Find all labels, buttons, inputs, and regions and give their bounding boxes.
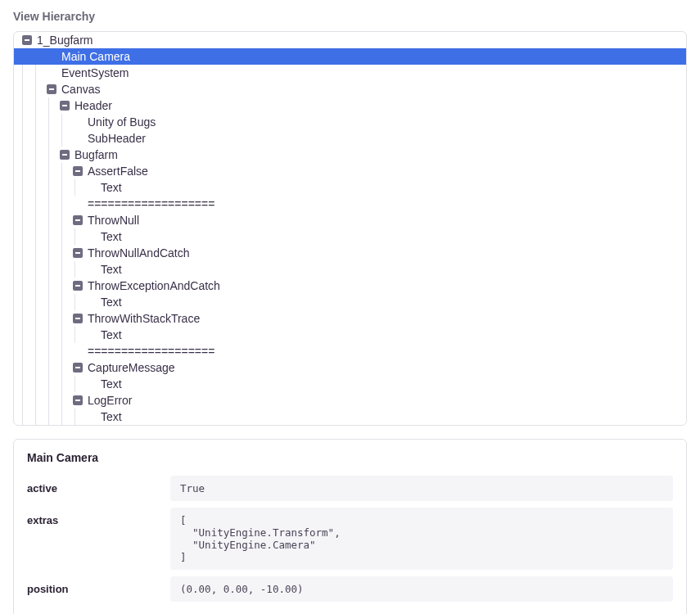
property-key: extras (27, 508, 170, 526)
tree-row[interactable]: Text (14, 409, 686, 425)
tree-row[interactable]: Unity of Bugs (14, 114, 686, 130)
tree-row-label: =================== (88, 196, 215, 212)
tree-row-label: Header (75, 97, 112, 114)
tree-row-label: Canvas (61, 81, 100, 97)
collapse-icon[interactable] (73, 248, 83, 258)
tree-row[interactable]: ThrowNullAndCatch (14, 245, 686, 261)
details-panel: Main Camera activeTrueextras[ "UnityEngi… (13, 439, 687, 614)
tree-row-label: Text (101, 294, 122, 310)
tree-row[interactable]: =================== (14, 196, 686, 212)
property-value: True (170, 476, 673, 501)
tree-row[interactable]: Canvas (14, 81, 686, 97)
tree-row-label: Text (101, 261, 122, 278)
tree-row-label: Text (101, 228, 122, 245)
tree-row[interactable]: Text (14, 228, 686, 245)
collapse-icon[interactable] (60, 101, 70, 111)
tree-row[interactable]: Bugfarm (14, 147, 686, 163)
tree-row-label: CaptureMessage (88, 359, 175, 376)
tree-row-label: Main Camera (61, 48, 130, 65)
panel-title: View Hierarchy (13, 10, 687, 23)
collapse-icon[interactable] (60, 150, 70, 160)
tree-row[interactable]: LogError (14, 392, 686, 409)
tree-row-label: AssertFalse (88, 163, 148, 179)
tree-row[interactable]: Text (14, 179, 686, 196)
tree-row[interactable]: ThrowNull (14, 212, 686, 228)
tree-row[interactable]: Text (14, 327, 686, 343)
tree-row[interactable]: Main Camera (14, 48, 686, 65)
collapse-icon[interactable] (73, 166, 83, 176)
tree-row[interactable]: CaptureMessage (14, 359, 686, 376)
collapse-icon[interactable] (22, 35, 32, 45)
tree-row[interactable]: ThrowWithStackTrace (14, 310, 686, 327)
collapse-icon[interactable] (47, 84, 56, 94)
collapse-icon[interactable] (73, 395, 83, 405)
tree-row[interactable]: 1_Bugfarm (14, 32, 686, 48)
tree-row-label: Text (101, 327, 122, 343)
tree-row[interactable]: Text (14, 376, 686, 392)
property-key: active (27, 476, 170, 494)
tree-row-label: ThrowNullAndCatch (88, 245, 190, 261)
tree-row[interactable]: Text (14, 294, 686, 310)
property-row: extras[ "UnityEngine.Transform", "UnityE… (27, 508, 673, 570)
tree-row-label: Bugfarm (75, 147, 118, 163)
property-row: activeTrue (27, 476, 673, 501)
details-title: Main Camera (27, 451, 673, 464)
property-key: position (27, 576, 170, 595)
hierarchy-tree: 1_BugfarmMain CameraEventSystemCanvasHea… (13, 31, 687, 426)
tree-row-label: =================== (88, 343, 215, 359)
tree-row[interactable]: ThrowExceptionAndCatch (14, 278, 686, 294)
property-row: position(0.00, 0.00, -10.00) (27, 576, 673, 602)
collapse-icon[interactable] (73, 314, 83, 323)
tree-row[interactable]: EventSystem (14, 65, 686, 81)
collapse-icon[interactable] (73, 215, 83, 225)
collapse-icon[interactable] (73, 363, 83, 372)
tree-row[interactable]: =================== (14, 343, 686, 359)
tree-row-label: SubHeader (88, 130, 146, 147)
collapse-icon[interactable] (73, 281, 83, 291)
tree-row-label: Unity of Bugs (88, 114, 156, 130)
tree-row-label: ThrowWithStackTrace (88, 310, 200, 327)
tree-row-label: Text (101, 376, 122, 392)
tree-row[interactable]: Text (14, 261, 686, 278)
tree-row[interactable]: AssertFalse (14, 163, 686, 179)
tree-row-label: ThrowExceptionAndCatch (88, 278, 220, 294)
tree-row[interactable]: SubHeader (14, 130, 686, 147)
tree-row-label: 1_Bugfarm (37, 32, 93, 48)
tree-row-label: Text (101, 409, 122, 425)
tree-row-label: LogError (88, 392, 132, 409)
tree-row-label: EventSystem (61, 65, 129, 81)
property-value: [ "UnityEngine.Transform", "UnityEngine.… (170, 508, 673, 570)
property-value: (0.00, 0.00, -10.00) (170, 576, 673, 602)
tree-row[interactable]: Header (14, 97, 686, 114)
tree-row-label: Text (101, 179, 122, 196)
tree-row-label: ThrowNull (88, 212, 139, 228)
